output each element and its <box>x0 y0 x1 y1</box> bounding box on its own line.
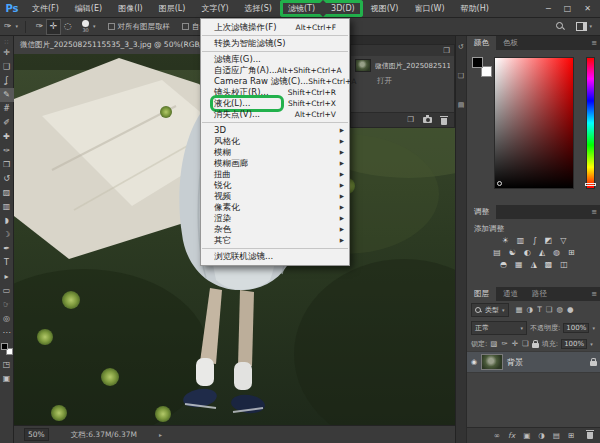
zoom-level-field[interactable]: 50% <box>24 428 49 441</box>
brush-size-picker[interactable]: 30 <box>82 20 89 33</box>
filter-menu-item[interactable]: Camera Raw 滤镜(C)... Shift+Ctrl+A <box>201 76 349 87</box>
delete-state-trash-icon[interactable] <box>441 118 447 125</box>
foreground-color-swatch[interactable] <box>472 57 483 68</box>
quick-mask-button[interactable]: ◳ <box>0 358 14 372</box>
info-panel-icon[interactable]: ▤ <box>458 102 465 109</box>
dodge-tool[interactable]: ☽ <box>0 228 14 242</box>
chevron-down-icon[interactable]: ▾ <box>590 342 593 347</box>
status-menu-arrow-icon[interactable]: ▸ <box>159 431 162 438</box>
panel-menu-icon[interactable]: ≡ <box>587 36 600 50</box>
filter-menu-item[interactable]: 3D ▶ <box>201 125 349 136</box>
layer-row-background[interactable]: ◉ 背景 <box>467 351 600 373</box>
selective-color-icon[interactable]: ◫ <box>560 261 568 269</box>
layer-style-icon[interactable]: fx <box>508 432 515 440</box>
hue-slider-marker[interactable] <box>585 183 596 186</box>
saturation-brightness-field[interactable] <box>494 57 574 189</box>
new-group-icon[interactable]: ▤ <box>553 432 560 440</box>
search-icon[interactable] <box>556 22 565 31</box>
filter-shape-icon[interactable]: ❏ <box>546 306 553 314</box>
lock-transparent-icon[interactable]: ▨ <box>490 340 497 348</box>
zoom-tool[interactable]: ◎ <box>0 312 14 326</box>
curves-icon[interactable]: ∫ <box>532 237 536 245</box>
quick-select-tool[interactable]: ✎ <box>0 88 14 102</box>
new-document-from-state-icon[interactable]: ❐ <box>407 116 414 124</box>
filter-menu-item[interactable] <box>202 51 348 52</box>
blend-mode-select[interactable]: 正常 ▾ <box>471 321 527 335</box>
lasso-tool[interactable]: ʆ <box>0 74 14 88</box>
levels-icon[interactable]: ▥ <box>517 237 525 245</box>
crop-tool[interactable]: # <box>0 102 14 116</box>
brightness-contrast-icon[interactable]: ☀ <box>502 237 509 245</box>
hue-saturation-icon[interactable]: ▤ <box>493 249 501 257</box>
filter-menu-item[interactable]: 消失点(V)... Alt+Ctrl+V <box>201 109 349 120</box>
gradient-map-icon[interactable]: ▩ <box>545 261 553 269</box>
path-select-tool[interactable]: ▸ <box>0 270 14 284</box>
chevron-down-icon[interactable]: ▾ <box>592 326 595 331</box>
pen-tool[interactable]: ✒ <box>0 242 14 256</box>
color-picker-marker[interactable] <box>497 181 502 186</box>
black-white-icon[interactable]: ◐ <box>524 249 531 257</box>
checkbox-icon[interactable] <box>108 23 115 30</box>
exposure-icon[interactable]: ◩ <box>545 237 553 245</box>
menubar-item[interactable]: 视图(V) <box>363 0 407 17</box>
panel-tab[interactable]: 色板 <box>496 36 525 50</box>
filter-menu-item[interactable] <box>202 122 348 123</box>
panel-tab[interactable]: 路径 <box>525 287 554 301</box>
tab-adjustments[interactable]: 调整 <box>467 205 496 219</box>
panel-grip-icon[interactable]: ∷ <box>5 38 9 45</box>
layer-mask-icon[interactable]: ▣ <box>523 432 530 440</box>
lock-artboard-icon[interactable]: ❏ <box>522 340 529 348</box>
healing-brush-tool[interactable]: ✚ <box>0 130 14 144</box>
filter-menu-item[interactable]: 渲染 ▶ <box>201 213 349 224</box>
filter-menu-item[interactable]: 锐化 ▶ <box>201 180 349 191</box>
history-panel-icon[interactable]: ↺ <box>458 44 464 51</box>
tool-preset-icon[interactable]: ✑ <box>4 22 12 31</box>
menubar-item[interactable]: 滤镜(T) <box>280 0 323 17</box>
hue-slider[interactable] <box>586 57 595 189</box>
eraser-tool[interactable]: ▨ <box>0 186 14 200</box>
close[interactable]: ✕ <box>584 5 591 13</box>
sample-all-layers-option[interactable]: 对所有图层取样 <box>108 22 171 32</box>
lock-move-icon[interactable]: ✛ <box>512 340 518 348</box>
history-snapshot-row[interactable]: 微信图片_20250825115... <box>351 56 454 73</box>
filter-menu-item[interactable]: 杂色 ▶ <box>201 224 349 235</box>
snapshot-thumbnail[interactable] <box>355 59 371 72</box>
sample-mode-2[interactable]: ✛ <box>47 20 60 34</box>
menubar-item[interactable]: 窗口(W) <box>406 0 452 17</box>
panel-tab[interactable]: 通道 <box>496 287 525 301</box>
history-brush-tool[interactable]: ↺ <box>0 172 14 186</box>
filter-menu-item[interactable]: 转换为智能滤镜(S) <box>201 38 349 49</box>
eyedropper-tool[interactable]: ✐ <box>0 116 14 130</box>
filter-menu-item[interactable]: 其它 ▶ <box>201 235 349 246</box>
screen-mode-button[interactable]: ▣ <box>0 372 14 386</box>
workspace-icon[interactable] <box>576 22 587 31</box>
chevron-down-icon[interactable]: ▾ <box>589 24 592 29</box>
link-layers-icon[interactable]: ∞ <box>494 432 500 440</box>
type-tool[interactable]: T <box>0 256 14 270</box>
blur-tool[interactable]: ◗ <box>0 214 14 228</box>
filter-image-icon[interactable]: ▦ <box>516 306 523 314</box>
panel-menu-icon[interactable]: ≡ <box>587 287 600 301</box>
checkbox-icon[interactable] <box>182 23 189 30</box>
color-swatches[interactable] <box>472 57 492 77</box>
chevron-down-icon[interactable]: ▾ <box>93 24 96 29</box>
filter-menu-item[interactable]: 自适应广角(A)... Alt+Shift+Ctrl+A <box>201 65 349 76</box>
chevron-down-icon[interactable]: ▾ <box>16 24 19 29</box>
filter-menu-item[interactable]: 模糊画廊 ▶ <box>201 158 349 169</box>
properties-panel-icon[interactable]: ❑ <box>458 73 464 80</box>
filter-menu-item[interactable]: 镜头校正(R)... Shift+Ctrl+R <box>201 87 349 98</box>
edit-toolbar[interactable]: ⋯ <box>0 326 14 340</box>
new-snapshot-camera-icon[interactable] <box>423 117 432 123</box>
posterize-icon[interactable]: ▦ <box>515 261 523 269</box>
layer-thumbnail[interactable] <box>481 354 503 370</box>
filter-menu-item[interactable]: 滤镜库(G)... <box>201 54 349 65</box>
panel-menu-icon[interactable]: ≡ <box>587 205 600 219</box>
sample-mode-1[interactable]: ✑ <box>33 20 46 34</box>
filter-type-icon[interactable]: T <box>537 306 542 314</box>
history-state-open[interactable]: 打开 <box>351 73 454 86</box>
lock-all-icon[interactable] <box>532 343 539 348</box>
sample-mode-3[interactable]: ◌ <box>61 20 74 34</box>
color-lookup-icon[interactable]: ⊞ <box>568 249 575 257</box>
menubar-item[interactable]: 编辑(E) <box>67 0 110 17</box>
menubar-item[interactable]: 图层(L) <box>151 0 194 17</box>
